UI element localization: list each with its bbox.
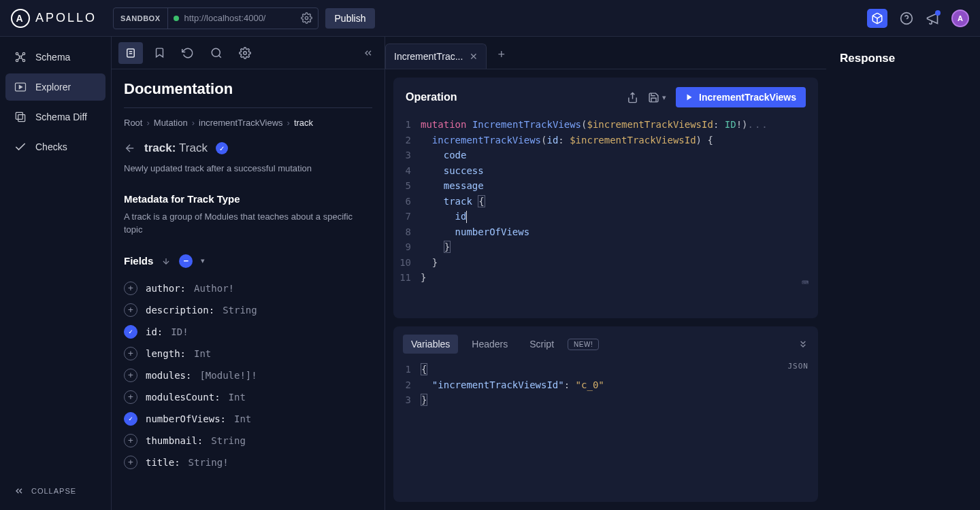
breadcrumb-item[interactable]: Root — [124, 118, 142, 128]
add-tab-button[interactable]: + — [487, 41, 516, 69]
sidebar-item-schema-diff[interactable]: Schema Diff — [5, 103, 105, 131]
gear-icon[interactable] — [301, 12, 312, 24]
field-type[interactable]: String — [223, 305, 257, 316]
field-name[interactable]: description: — [146, 305, 214, 316]
breadcrumb-item[interactable]: Mutation — [154, 118, 188, 128]
divider — [124, 107, 372, 108]
avatar[interactable]: A — [951, 10, 969, 27]
field-name[interactable]: thumbnail: — [146, 435, 203, 446]
field-name[interactable]: length: — [146, 348, 186, 359]
share-icon[interactable] — [627, 92, 638, 103]
help-icon[interactable] — [900, 12, 913, 25]
sidebar-item-schema[interactable]: Schema — [5, 44, 105, 71]
field-title: track: Track — [144, 141, 208, 155]
field-add-icon[interactable]: + — [124, 282, 137, 295]
field-row: ✓id: ID! — [124, 321, 372, 343]
sidebar-item-label: Checks — [35, 141, 67, 152]
breadcrumb-item[interactable]: incrementTrackViews — [199, 118, 283, 128]
variables-editor[interactable]: JSON 123 { "incrementTrackViewsId": "c_0… — [393, 359, 818, 419]
megaphone-icon[interactable] — [926, 12, 939, 25]
field-selected-icon[interactable]: ✓ — [124, 412, 137, 426]
field-row: ✓numberOfViews: Int — [124, 408, 372, 430]
field-row: +length: Int — [124, 343, 372, 364]
field-type[interactable]: ID! — [171, 326, 188, 337]
logo[interactable]: APOLLO — [11, 9, 113, 28]
center-panel: IncrementTrac... ✕ + Operation ▾ — [385, 37, 826, 510]
field-add-icon[interactable]: + — [124, 456, 137, 469]
bookmark-icon[interactable] — [147, 42, 172, 64]
schema-icon — [14, 50, 27, 64]
field-type[interactable]: Int — [194, 348, 211, 359]
field-name[interactable]: numberOfViews: — [146, 413, 226, 424]
chevron-down-icon: ▾ — [662, 93, 666, 102]
fields-label: Fields — [124, 255, 153, 267]
field-add-icon[interactable]: + — [124, 303, 137, 317]
url-input-wrap[interactable]: http://localhost:4000/ — [168, 12, 318, 24]
play-icon — [685, 93, 693, 101]
field-type[interactable]: Int — [234, 413, 251, 424]
save-icon[interactable]: ▾ — [648, 92, 666, 103]
close-tab-icon[interactable]: ✕ — [470, 51, 478, 62]
collapse-label: COLLAPSE — [31, 487, 76, 495]
gutter: 123 — [393, 362, 421, 408]
logo-mark-icon — [11, 9, 30, 28]
selected-check-icon[interactable]: ✓ — [216, 142, 228, 154]
variables-tabs: Variables Headers Script NEW! — [393, 326, 818, 359]
field-type[interactable]: Int — [229, 392, 246, 403]
sidebar-item-explorer[interactable]: Explorer — [5, 73, 105, 101]
tab-headers[interactable]: Headers — [463, 335, 516, 354]
collapse-variables-icon[interactable] — [798, 339, 808, 350]
keyboard-icon[interactable]: ⌨ — [802, 275, 808, 291]
documentation-panel: Documentation Root›Mutation›incrementTra… — [112, 37, 385, 510]
variables-card: Variables Headers Script NEW! JSON 123 {… — [393, 326, 818, 502]
field-type[interactable]: String — [211, 435, 246, 446]
field-name[interactable]: author: — [146, 283, 186, 294]
field-name[interactable]: title: — [146, 457, 180, 468]
field-name[interactable]: id: — [146, 326, 163, 337]
deselect-all-icon[interactable]: − — [179, 254, 193, 268]
field-add-icon[interactable]: + — [124, 434, 137, 447]
code-area[interactable]: { "incrementTrackViewsId": "c_0"} — [421, 362, 818, 408]
documentation-tab-icon[interactable] — [118, 42, 143, 64]
field-add-icon[interactable]: + — [124, 347, 137, 360]
breadcrumb-current: track — [294, 118, 313, 128]
field-type[interactable]: [Module!]! — [199, 370, 257, 381]
arrow-down-icon[interactable] — [161, 256, 171, 266]
fields-list: +author: Author!+description: String✓id:… — [124, 277, 372, 473]
run-button[interactable]: IncrementTrackViews — [676, 87, 806, 107]
package-icon[interactable] — [867, 9, 887, 28]
collapse-doc-icon[interactable] — [359, 44, 378, 63]
field-add-icon[interactable]: + — [124, 369, 137, 382]
operation-editor[interactable]: 1234567891011 mutation IncrementTrackVie… — [393, 114, 818, 296]
search-icon[interactable] — [204, 42, 229, 64]
field-name[interactable]: modulesCount: — [146, 392, 220, 403]
svg-marker-26 — [687, 95, 692, 101]
history-icon[interactable] — [176, 42, 200, 64]
code-area[interactable]: mutation IncrementTrackViews($incrementT… — [421, 117, 818, 286]
field-type[interactable]: String! — [189, 457, 229, 468]
check-icon — [14, 140, 27, 154]
field-add-icon[interactable]: + — [124, 390, 137, 404]
logo-text: APOLLO — [35, 11, 97, 25]
field-selected-icon[interactable]: ✓ — [124, 325, 137, 339]
chevron-down-icon[interactable]: ▾ — [201, 256, 205, 265]
publish-button[interactable]: Publish — [325, 8, 376, 29]
back-arrow-icon[interactable] — [124, 142, 136, 154]
tab[interactable]: IncrementTrac... ✕ — [385, 44, 487, 69]
collapse-sidebar-button[interactable]: COLLAPSE — [5, 479, 105, 503]
settings-icon[interactable] — [233, 42, 257, 64]
field-row: +description: String — [124, 299, 372, 321]
operation-title: Operation — [406, 91, 457, 103]
field-type[interactable]: Author! — [194, 283, 234, 294]
chevrons-left-icon — [14, 486, 24, 496]
sidebar-item-label: Explorer — [35, 82, 71, 92]
tab-variables[interactable]: Variables — [403, 335, 458, 354]
svg-rect-16 — [18, 115, 25, 122]
svg-marker-14 — [19, 86, 22, 89]
field-name[interactable]: modules: — [146, 370, 191, 381]
sidebar-item-checks[interactable]: Checks — [5, 133, 105, 160]
svg-point-4 — [16, 52, 18, 54]
doc-title: Documentation — [124, 80, 372, 98]
editor-tabs: IncrementTrac... ✕ + — [385, 37, 826, 69]
tab-script[interactable]: Script — [521, 335, 562, 354]
